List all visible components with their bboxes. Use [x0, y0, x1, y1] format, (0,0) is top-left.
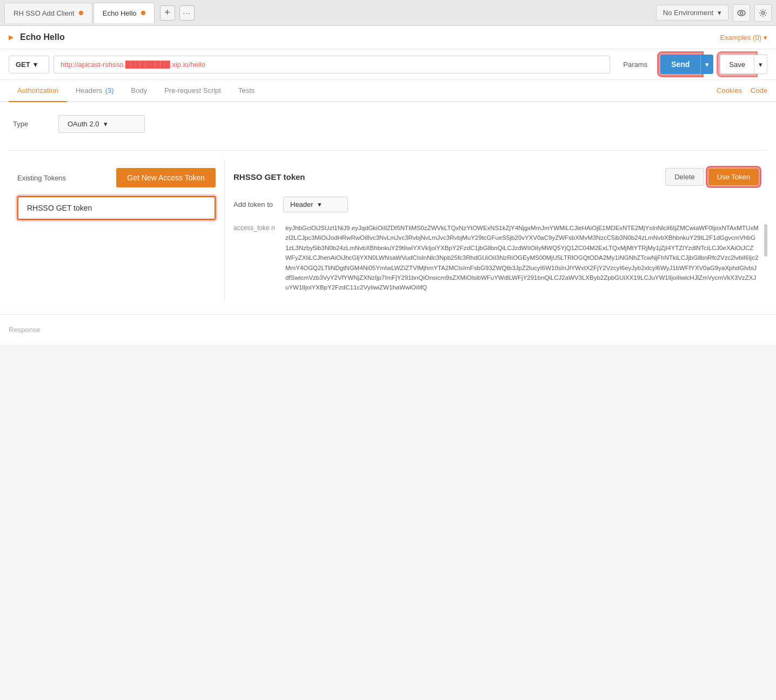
chevron-down-icon: ▾: [104, 120, 108, 128]
gear-icon: [759, 9, 767, 17]
existing-tokens-label: Existing Tokens: [17, 174, 66, 182]
method-value: GET: [16, 60, 30, 69]
examples-label: Examples (0): [720, 33, 761, 42]
params-label: Params: [623, 60, 647, 69]
svg-point-1: [740, 11, 743, 14]
eye-icon: [737, 9, 746, 17]
tokens-header: Existing Tokens Get New Access Token: [17, 168, 216, 187]
chevron-down-icon: ▾: [759, 60, 762, 69]
breadcrumb-arrow: ▶: [9, 33, 14, 41]
chevron-down-icon: ▾: [718, 9, 721, 17]
request-name: Echo Hello: [20, 32, 65, 42]
response-area: Response: [0, 314, 776, 345]
tab-headers[interactable]: Headers (3): [67, 80, 123, 102]
access-token-key-label: access_toke n: [233, 223, 277, 293]
token-actions: Delete Use Token: [665, 168, 759, 186]
add-token-value: Header: [290, 200, 313, 208]
token-list-item[interactable]: RHSSO GET token: [17, 196, 216, 220]
tab-echo-hello-label: Echo Hello: [103, 9, 137, 17]
scrollbar[interactable]: [764, 224, 767, 257]
chevron-down-icon: ▾: [34, 60, 37, 69]
send-button[interactable]: Send: [660, 55, 700, 74]
access-token-row: access_toke n eyJhbGciOiJSUzI1NiJ9.eyJqd…: [233, 223, 759, 293]
type-label: Type: [13, 120, 45, 128]
get-new-access-token-button[interactable]: Get New Access Token: [116, 168, 216, 187]
send-dropdown-button[interactable]: ▾: [700, 55, 713, 74]
add-token-row: Add token to Header ▾: [233, 197, 759, 212]
cookies-link[interactable]: Cookies: [717, 86, 742, 95]
tokens-area: Existing Tokens Get New Access Token RHS…: [9, 150, 767, 301]
tokens-left-panel: Existing Tokens Get New Access Token RHS…: [9, 159, 225, 301]
code-link[interactable]: Code: [751, 86, 767, 95]
tab-authorization-label: Authorization: [17, 86, 58, 95]
tab-echo-hello[interactable]: Echo Hello: [93, 3, 155, 23]
chevron-down-icon: ▾: [764, 33, 767, 42]
chevron-down-icon: ▾: [318, 200, 322, 208]
main-content: Type OAuth 2.0 ▾ Existing Tokens Get New…: [0, 102, 776, 314]
tab-body[interactable]: Body: [123, 80, 156, 102]
tab-body-label: Body: [131, 86, 148, 95]
tokens-right-panel: RHSSO GET token Delete Use Token Add tok…: [225, 159, 767, 301]
send-label: Send: [671, 60, 690, 69]
type-select[interactable]: OAuth 2.0 ▾: [58, 115, 145, 133]
type-value: OAuth 2.0: [68, 120, 99, 128]
svg-point-0: [738, 10, 745, 16]
headers-badge: (3): [105, 86, 114, 95]
tab-bar: RH SSO Add Client Echo Hello + ··· No En…: [0, 0, 776, 26]
tab-authorization[interactable]: Authorization: [9, 80, 67, 102]
save-label: Save: [729, 60, 745, 69]
type-row: Type OAuth 2.0 ▾: [9, 115, 767, 133]
token-detail-name: RHSSO GET token: [233, 172, 305, 181]
url-input[interactable]: [53, 56, 610, 73]
save-dropdown-button[interactable]: ▾: [754, 55, 767, 74]
add-token-select[interactable]: Header ▾: [283, 197, 348, 212]
examples-link[interactable]: Examples (0) ▾: [720, 33, 767, 42]
chevron-down-icon: ▾: [705, 60, 709, 69]
tab-more-button[interactable]: ···: [179, 5, 195, 21]
tab-actions: + ···: [160, 5, 195, 21]
environment-bar: No Environment ▾: [656, 4, 772, 22]
request-header: ▶ Echo Hello Examples (0) ▾: [0, 26, 776, 49]
delete-token-button[interactable]: Delete: [665, 168, 704, 186]
params-button[interactable]: Params: [614, 56, 656, 73]
svg-point-2: [762, 11, 765, 14]
environment-select[interactable]: No Environment ▾: [656, 5, 728, 21]
environment-label: No Environment: [663, 9, 713, 17]
tab-echo-hello-dirty-indicator: [141, 11, 145, 15]
add-token-to-label: Add token to: [233, 200, 277, 208]
token-item-name: RHSSO GET token: [27, 204, 92, 212]
token-detail-header: RHSSO GET token Delete Use Token: [233, 168, 759, 186]
delete-label: Delete: [674, 173, 695, 181]
method-select[interactable]: GET ▾: [9, 56, 49, 73]
gear-icon-button[interactable]: [754, 4, 772, 22]
tab-pre-request-label: Pre-request Script: [164, 86, 221, 95]
tab-tests[interactable]: Tests: [230, 80, 263, 102]
tab-right-actions: Cookies Code: [717, 86, 767, 95]
access-token-value: eyJhbGciOiJSUzI1NiJ9.eyJqdGkiOiIlZDI5NTl…: [285, 223, 759, 293]
use-token-button[interactable]: Use Token: [708, 169, 759, 185]
subtabs-row: Authorization Headers (3) Body Pre-reque…: [0, 80, 776, 102]
tab-rh-sso-dirty-indicator: [79, 11, 83, 15]
get-token-label: Get New Access Token: [127, 173, 205, 182]
tab-rh-sso-label: RH SSO Add Client: [14, 9, 75, 17]
save-button[interactable]: Save: [720, 55, 754, 74]
eye-icon-button[interactable]: [733, 4, 750, 22]
tab-add-button[interactable]: +: [160, 5, 175, 21]
tab-pre-request[interactable]: Pre-request Script: [156, 80, 230, 102]
tab-headers-label: Headers: [76, 86, 102, 95]
tab-rh-sso[interactable]: RH SSO Add Client: [4, 3, 92, 23]
url-bar: GET ▾ Params Send ▾ Save ▾: [0, 49, 776, 80]
response-label: Response: [9, 326, 41, 334]
tab-tests-label: Tests: [238, 86, 255, 95]
use-token-label: Use Token: [717, 173, 750, 181]
